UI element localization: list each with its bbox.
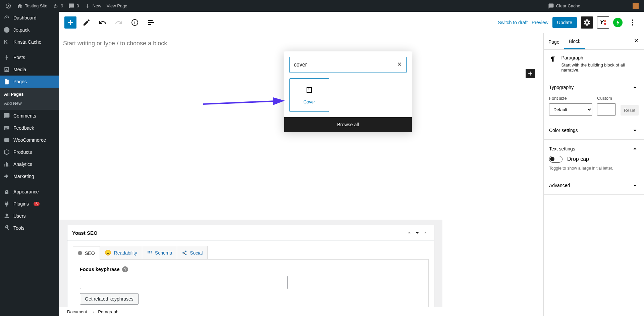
sidebar-item-media[interactable]: Media (0, 63, 59, 76)
comments[interactable]: 0 (66, 0, 82, 12)
user-avatar[interactable] (630, 0, 641, 12)
sidebar-item-posts[interactable]: Posts (0, 51, 59, 63)
paragraph-placeholder[interactable]: Start writing or type / to choose a bloc… (63, 40, 539, 47)
switch-to-draft[interactable]: Switch to draft (498, 20, 528, 25)
updates[interactable]: 9 (50, 0, 66, 12)
outline-button[interactable] (145, 16, 157, 29)
sidebar-item-users[interactable]: Users (0, 210, 59, 222)
block-appender-button[interactable] (526, 69, 535, 78)
sidebar-item-analytics[interactable]: Analytics (0, 158, 59, 170)
user-icon (3, 213, 10, 219)
breadcrumb-current[interactable]: Paragraph (98, 309, 118, 314)
clear-cache[interactable]: Clear Cache (545, 0, 583, 12)
panel-toggle-button[interactable] (421, 229, 429, 237)
block-name: Paragraph (561, 55, 639, 60)
block-cover[interactable]: Cover (289, 78, 329, 112)
custom-font-input[interactable] (597, 103, 616, 116)
sidebar-item-pages[interactable]: Pages (0, 76, 59, 88)
yoast-panel-title: Yoast SEO (72, 230, 405, 236)
gear-icon (583, 19, 591, 26)
settings-button[interactable] (581, 16, 593, 29)
details-button[interactable] (129, 16, 141, 29)
reset-button[interactable]: Reset (621, 105, 639, 116)
jetpack-icon (3, 27, 10, 33)
drop-cap-label: Drop cap (567, 156, 589, 162)
dashboard-icon (3, 14, 10, 21)
get-related-button[interactable]: Get related keyphrases (80, 293, 139, 305)
pin-icon (3, 54, 10, 61)
clear-search-button[interactable] (397, 61, 402, 69)
close-icon (633, 38, 639, 44)
site-name[interactable]: Testing Site (14, 0, 50, 12)
yoast-button[interactable]: Y (597, 16, 609, 29)
jetpack-button[interactable] (613, 18, 623, 27)
wp-logo[interactable] (3, 0, 14, 12)
plus-icon (66, 18, 74, 27)
tab-page[interactable]: Page (544, 34, 564, 49)
more-icon (629, 18, 637, 27)
color-settings-section[interactable]: Color settings (544, 121, 644, 140)
sidebar-item-feedback[interactable]: Feedback (0, 122, 59, 134)
sidebar-item-marketing[interactable]: Marketing (0, 170, 59, 182)
new[interactable]: New (82, 0, 104, 12)
focus-keyphrase-label: Focus keyphrase? (80, 266, 422, 272)
cover-icon (305, 86, 313, 94)
woo-icon (3, 137, 10, 143)
analytics-icon (3, 161, 10, 168)
focus-keyphrase-input[interactable] (80, 276, 288, 289)
yoast-panel: Yoast SEO SEO ☹️Readability Schema Socia… (67, 225, 434, 307)
more-options-button[interactable] (627, 16, 639, 29)
update-button[interactable]: Update (552, 17, 577, 28)
sidebar-item-tools[interactable]: Tools (0, 222, 59, 234)
tools-icon (3, 225, 10, 231)
pages-submenu: All Pages Add New (0, 88, 59, 110)
drop-cap-hint: Toggle to show a large initial letter. (549, 166, 639, 171)
text-settings-title: Text settings (549, 146, 575, 151)
tab-seo[interactable]: SEO (73, 246, 100, 260)
browse-all-button[interactable]: Browse all (284, 117, 412, 132)
panel-down-button[interactable] (413, 229, 421, 237)
view-page[interactable]: View Page (104, 0, 130, 12)
undo-button[interactable] (97, 16, 109, 29)
font-size-select[interactable]: Default (549, 103, 592, 116)
sidebar-item-appearance[interactable]: Appearance (0, 186, 59, 198)
advanced-section[interactable]: Advanced (544, 176, 644, 195)
undo-icon (99, 18, 107, 27)
sidebar-item-jetpack[interactable]: Jetpack (0, 24, 59, 36)
drop-cap-toggle[interactable] (549, 156, 562, 163)
sidebar-item-dashboard[interactable]: Dashboard (0, 12, 59, 24)
tab-schema[interactable]: Schema (142, 246, 177, 259)
edit-mode-button[interactable] (80, 16, 93, 29)
plugin-icon (3, 200, 10, 207)
inspector-sidebar: Page Block Paragraph Start with the buil… (543, 33, 644, 316)
appearance-icon (3, 188, 10, 195)
help-icon[interactable]: ? (122, 266, 128, 272)
svg-point-12 (4, 27, 10, 33)
sub-add-new[interactable]: Add New (0, 99, 59, 108)
sidebar-item-woocommerce[interactable]: WooCommerce (0, 134, 59, 146)
sub-all-pages[interactable]: All Pages (0, 90, 59, 99)
inspector-close-button[interactable] (629, 34, 644, 49)
preview-button[interactable]: Preview (532, 20, 548, 25)
sidebar-item-comments[interactable]: Comments (0, 110, 59, 122)
inserter-search-input[interactable] (294, 62, 397, 68)
chevron-up-icon[interactable] (631, 145, 639, 152)
sidebar-item-products[interactable]: Products (0, 146, 59, 158)
svg-text:K: K (4, 39, 8, 45)
sidebar-item-kinsta[interactable]: KKinsta Cache (0, 36, 59, 48)
box-icon (3, 149, 10, 155)
grid-icon (147, 250, 152, 256)
admin-bar: Testing Site 9 0 New View Page Clear Cac… (0, 0, 644, 12)
breadcrumb-doc[interactable]: Document (67, 309, 87, 314)
panel-up-button[interactable] (405, 229, 413, 237)
svg-rect-14 (4, 138, 9, 142)
editor-header: Switch to draft Preview Update Y (59, 12, 644, 33)
add-block-button[interactable] (64, 16, 76, 29)
sidebar-item-plugins[interactable]: Plugins5 (0, 198, 59, 210)
tab-block[interactable]: Block (564, 33, 585, 49)
kinsta-icon: K (3, 39, 10, 45)
redo-button[interactable] (113, 16, 125, 29)
tab-readability[interactable]: ☹️Readability (100, 246, 142, 259)
tab-social[interactable]: Social (177, 246, 208, 259)
chevron-up-icon[interactable] (631, 84, 639, 91)
